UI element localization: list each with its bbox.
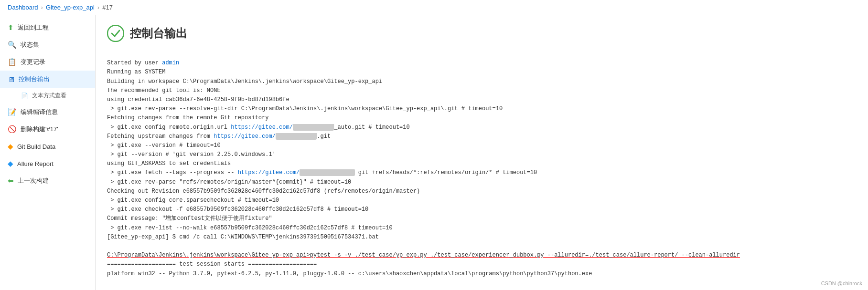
breadcrumb-build: #17 xyxy=(102,4,113,11)
blurred-1: ████████████ xyxy=(293,124,334,131)
sidebar-item-console[interactable]: 🖥 控制台输出 xyxy=(0,71,95,88)
sidebar-item-status[interactable]: 🔍 状态集 xyxy=(0,36,95,53)
console-line-9: Fetching upstream changes from https://g… xyxy=(107,133,331,140)
page-title: 控制台输出 xyxy=(130,26,187,41)
console-line-6: > git.exe rev-parse --resolve-git-dir C:… xyxy=(107,105,503,112)
console-output: Started by user admin Running as SYSTEM … xyxy=(107,50,857,288)
console-line-17: > git.exe checkout -f e68557b9509fc36202… xyxy=(107,206,368,213)
console-line-23: platform win32 -- Python 3.7.9, pytest-6… xyxy=(107,270,592,277)
gitbuild-icon: ◆ xyxy=(8,142,13,151)
sidebar-item-compile-label: 编辑编译信息 xyxy=(21,108,58,116)
changes-icon: 📋 xyxy=(8,58,17,66)
breadcrumb-project[interactable]: Gitee_yp-exp_api xyxy=(46,4,95,11)
console-line-2: Running as SYSTEM xyxy=(107,69,165,75)
textview-icon: 📄 xyxy=(21,93,28,99)
svg-point-0 xyxy=(107,25,124,41)
console-line-21: C:\ProgramData\Jenkins\.jenkins\workspac… xyxy=(107,252,740,259)
user-link[interactable]: admin xyxy=(162,60,179,66)
pytest-command: C:\ProgramData\Jenkins\.jenkins\workspac… xyxy=(107,252,740,259)
console-line-8: > git.exe config remote.origin.url https… xyxy=(107,124,410,131)
sidebar-item-back[interactable]: ⬆ 返回到工程 xyxy=(0,19,95,36)
console-line-18: Commit message: "增加conftest文件以便于使用fixtur… xyxy=(107,215,272,222)
page-header: 控制台输出 xyxy=(107,25,857,42)
success-check-icon xyxy=(107,25,124,42)
sidebar-item-allure[interactable]: ◆ Allure Report xyxy=(0,155,95,172)
console-line-7: Fetching changes from the remote Git rep… xyxy=(107,114,268,121)
console-line-16: > git.exe config core.sparsecheckout # t… xyxy=(107,197,279,204)
breadcrumb-sep1: › xyxy=(41,4,43,11)
sidebar-item-textview[interactable]: 📄 文本方式查看 xyxy=(0,88,95,104)
console-line-10: > git.exe --version # timeout=10 xyxy=(107,142,221,149)
sidebar-item-changes-label: 变更记录 xyxy=(21,58,45,66)
console-line-3: Building in workspace C:\ProgramData\Jen… xyxy=(107,78,382,85)
allure-icon: ◆ xyxy=(8,159,13,168)
blurred-3: ████████████████ xyxy=(300,169,354,176)
sidebar-item-lastbuild-label: 上一次构建 xyxy=(18,176,49,185)
sidebar-item-status-label: 状态集 xyxy=(21,41,39,49)
sidebar: ⬆ 返回到工程 🔍 状态集 📋 变更记录 🖥 控制台输出 📄 文本方式查看 📝 … xyxy=(0,15,96,290)
sidebar-item-lastbuild[interactable]: ⬅ 上一次构建 xyxy=(0,172,95,189)
compile-icon: 📝 xyxy=(8,108,17,116)
console-line-4: The recommended git tool is: NONE xyxy=(107,87,221,94)
console-line-1: Started by user admin xyxy=(107,60,179,66)
watermark: CSDN @chinrock xyxy=(821,280,862,286)
sidebar-item-back-label: 返回到工程 xyxy=(18,23,49,32)
breadcrumb: Dashboard › Gitee_yp-exp_api › #17 xyxy=(0,0,868,15)
breadcrumb-dashboard[interactable]: Dashboard xyxy=(8,4,38,11)
sidebar-item-console-label: 控制台输出 xyxy=(19,75,50,83)
sidebar-item-compile[interactable]: 📝 编辑编译信息 xyxy=(0,104,95,121)
console-line-15: Checking out Revision e68557b9509fc36202… xyxy=(107,188,420,195)
sidebar-item-delete-label: 删除构建'#17' xyxy=(21,125,58,134)
sidebar-item-gitbuild-label: Git Build Data xyxy=(17,143,55,150)
console-line-13: > git.exe fetch --tags --progress -- htt… xyxy=(107,169,537,176)
gitee-link-1[interactable]: https://gitee.com/ xyxy=(231,124,293,131)
status-icon: 🔍 xyxy=(8,41,17,49)
blurred-2: ████████████ xyxy=(276,133,317,140)
content-area: 控制台输出 Started by user admin Running as S… xyxy=(96,15,868,290)
console-line-12: using GIT_ASKPASS to set credentials xyxy=(107,160,231,167)
gitee-link-3[interactable]: https://gitee.com/ xyxy=(238,169,300,176)
sidebar-item-gitbuild[interactable]: ◆ Git Build Data xyxy=(0,138,95,155)
console-line-20: [Gitee_yp-exp_api] $ cmd /c call C:\WIND… xyxy=(107,234,379,240)
console-line-11: > git --version # 'git version 2.25.0.wi… xyxy=(107,151,276,158)
lastbuild-icon: ⬅ xyxy=(8,176,14,185)
main-layout: ⬆ 返回到工程 🔍 状态集 📋 变更记录 🖥 控制台输出 📄 文本方式查看 📝 … xyxy=(0,15,868,290)
delete-icon: 🚫 xyxy=(8,125,17,134)
console-line-22: ==================== test session starts… xyxy=(107,261,317,268)
gitee-link-2[interactable]: https://gitee.com/ xyxy=(214,133,276,140)
sidebar-item-changes[interactable]: 📋 变更记录 xyxy=(0,53,95,71)
breadcrumb-sep2: › xyxy=(97,4,99,11)
console-line-5: using credential cab36da7-6e48-4258-9f0b… xyxy=(107,96,289,103)
back-icon: ⬆ xyxy=(8,23,14,32)
sidebar-item-delete[interactable]: 🚫 删除构建'#17' xyxy=(0,121,95,138)
console-line-14: > git.exe rev-parse "refs/remotes/origin… xyxy=(107,179,351,186)
sidebar-item-allure-label: Allure Report xyxy=(17,160,54,167)
console-icon: 🖥 xyxy=(8,75,15,83)
sidebar-item-textview-label: 文本方式查看 xyxy=(32,92,66,100)
console-line-19: > git.exe rev-list --no-walk e68557b9509… xyxy=(107,225,393,231)
